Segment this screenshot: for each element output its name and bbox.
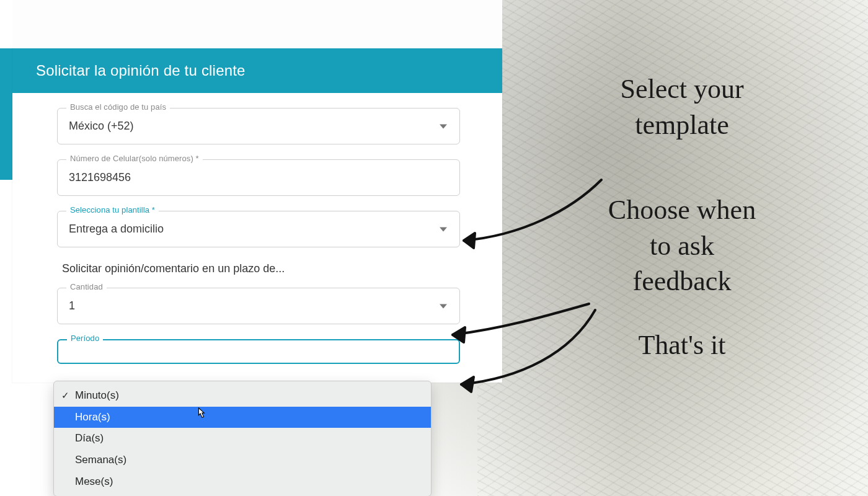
cursor-pointer-icon — [195, 407, 206, 420]
annotation-choose-when-line2: to ask — [515, 231, 849, 261]
period-option-minutos[interactable]: Minuto(s) — [54, 385, 431, 407]
quantity-label: Cantidad — [66, 282, 107, 291]
panel-top-background — [12, 0, 502, 48]
template-label: Selecciona tu plantilla * — [66, 205, 159, 215]
period-option-meses[interactable]: Mese(s) — [54, 471, 431, 493]
form-body: Busca el código de tu país México (+52) … — [12, 93, 502, 383]
template-value: Entrega a domicilio — [58, 211, 459, 247]
period-option-horas-label: Hora(s) — [75, 411, 110, 423]
annotation-select-template-line2: template — [515, 110, 849, 140]
country-code-label: Busca el código de tu país — [66, 102, 170, 112]
panel-title: Solicitar la opinión de tu cliente — [12, 48, 502, 93]
phone-number-value: 3121698456 — [58, 160, 459, 195]
period-option-semanas[interactable]: Semana(s) — [54, 450, 431, 471]
annotation-choose-when-line3: feedback — [515, 267, 849, 296]
period-label: Período — [67, 334, 103, 343]
period-option-horas[interactable]: Hora(s) — [54, 407, 431, 428]
schedule-section-label: Solicitar opinión/comentario en un plazo… — [62, 262, 460, 275]
quantity-value: 1 — [58, 288, 459, 324]
period-dropdown-popup: Minuto(s) Hora(s) Día(s) Semana(s) Mese(… — [53, 381, 432, 496]
annotations-block: Select your template Choose when to ask … — [515, 74, 849, 378]
annotation-select-template-line1: Select your — [515, 74, 849, 104]
period-option-dias[interactable]: Día(s) — [54, 428, 431, 450]
annotation-choose-when-line1: Choose when — [515, 195, 849, 225]
template-select[interactable]: Selecciona tu plantilla * Entrega a domi… — [57, 211, 460, 247]
country-code-value: México (+52) — [58, 108, 459, 144]
country-code-select[interactable]: Busca el código de tu país México (+52) — [57, 108, 460, 144]
period-select[interactable]: Período — [57, 339, 460, 364]
caret-down-icon — [440, 124, 447, 128]
panel-teal-sidebar-extension — [0, 48, 12, 180]
quantity-select[interactable]: Cantidad 1 — [57, 288, 460, 324]
feedback-request-panel: Solicitar la opinión de tu cliente Busca… — [12, 48, 502, 383]
phone-number-input[interactable]: Número de Celular(solo números) * 312169… — [57, 159, 460, 196]
phone-number-label: Número de Celular(solo números) * — [66, 154, 203, 163]
annotation-thats-it: That's it — [515, 330, 849, 360]
